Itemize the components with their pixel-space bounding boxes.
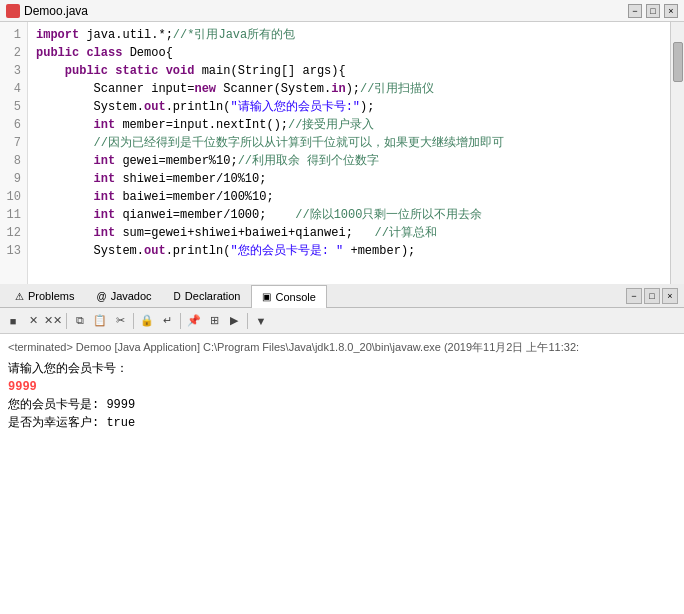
toolbar-sep-2 [133, 313, 134, 329]
code-text: gewei=member%10; [115, 154, 237, 168]
bottom-panel: ⚠Problems@JavadocDDeclaration▣Console−□×… [0, 284, 684, 614]
maximize-button[interactable]: □ [646, 4, 660, 18]
tab-console[interactable]: ▣Console [251, 285, 326, 308]
code-text [36, 190, 94, 204]
cut-button[interactable]: ✂ [111, 312, 129, 330]
code-text [36, 118, 94, 132]
code-text: System. [36, 100, 144, 114]
console-lines: 请输入您的会员卡号：9999您的会员卡号是: 9999是否为幸运客户: true [8, 360, 676, 432]
code-text: .println( [166, 100, 231, 114]
code-text: main(String[] args){ [194, 64, 345, 78]
code-text: member=input.nextInt(); [115, 118, 288, 132]
tab-icon-javadoc: @ [96, 291, 106, 302]
tab-bar-controls: −□× [626, 288, 684, 304]
tab-label-console: Console [275, 291, 315, 303]
code-text [158, 64, 165, 78]
code-line: int shiwei=member/10%10; [36, 170, 662, 188]
editor-content: 12345678910111213 import java.util.*;//*… [0, 22, 684, 284]
keyword: int [94, 154, 116, 168]
tab-icon-console: ▣ [262, 291, 271, 302]
vertical-scrollbar[interactable] [670, 22, 684, 284]
console-line: 9999 [8, 378, 676, 396]
code-area[interactable]: import java.util.*;//*引用Java所有的包public c… [28, 22, 670, 284]
code-text [36, 172, 94, 186]
line-number: 9 [4, 170, 21, 188]
code-text: Demoo{ [122, 46, 172, 60]
toolbar-sep-1 [66, 313, 67, 329]
code-line: import java.util.*;//*引用Java所有的包 [36, 26, 662, 44]
code-line: public static void main(String[] args){ [36, 62, 662, 80]
keyword: static [115, 64, 158, 78]
remove-button[interactable]: ✕ [24, 312, 42, 330]
keyword: public [36, 46, 79, 60]
tab-javadoc[interactable]: @Javadoc [85, 284, 162, 307]
keyword: out [144, 100, 166, 114]
tab-problems[interactable]: ⚠Problems [4, 284, 85, 307]
open-console-button[interactable]: ▶ [225, 312, 243, 330]
code-line: Scanner input=new Scanner(System.in);//引… [36, 80, 662, 98]
keyword: int [94, 208, 116, 222]
tab-label-javadoc: Javadoc [111, 290, 152, 302]
console-line: 请输入您的会员卡号： [8, 360, 676, 378]
code-text: +member); [343, 244, 415, 258]
keyword: void [166, 64, 195, 78]
tab-declaration[interactable]: DDeclaration [163, 284, 252, 307]
expand-button[interactable]: ⊞ [205, 312, 223, 330]
keyword: class [86, 46, 122, 60]
code-line: int qianwei=member/1000; //除以1000只剩一位所以不… [36, 206, 662, 224]
pin-button[interactable]: 📌 [185, 312, 203, 330]
maximize-panel-button[interactable]: □ [644, 288, 660, 304]
code-text [353, 226, 375, 240]
keyword: public [65, 64, 108, 78]
close-panel-button[interactable]: × [662, 288, 678, 304]
keyword: in [331, 82, 345, 96]
line-number: 13 [4, 242, 21, 260]
minimize-panel-button[interactable]: − [626, 288, 642, 304]
code-text [36, 154, 94, 168]
code-text: Scanner(System. [216, 82, 331, 96]
close-button[interactable]: × [664, 4, 678, 18]
code-text [36, 64, 65, 78]
line-number: 7 [4, 134, 21, 152]
code-text: System. [36, 244, 144, 258]
comment: //*引用Java所有的包 [173, 28, 295, 42]
keyword: new [194, 82, 216, 96]
code-line: int sum=gewei+shiwei+baiwei+qianwei; //计… [36, 224, 662, 242]
console-output: <terminated> Demoo [Java Application] C:… [0, 334, 684, 614]
toolbar-sep-3 [180, 313, 181, 329]
line-number: 1 [4, 26, 21, 44]
terminated-text: <terminated> Demoo [Java Application] C:… [8, 338, 676, 356]
title-bar: Demoo.java − □ × [0, 0, 684, 22]
tab-icon-problems: ⚠ [15, 291, 24, 302]
code-text: java.util.*; [79, 28, 173, 42]
copy-button[interactable]: ⧉ [71, 312, 89, 330]
minimize-button[interactable]: − [628, 4, 642, 18]
paste-button[interactable]: 📋 [91, 312, 109, 330]
tab-label-declaration: Declaration [185, 290, 241, 302]
line-number: 11 [4, 206, 21, 224]
scroll-lock-button[interactable]: 🔒 [138, 312, 156, 330]
code-text: shiwei=member/10%10; [115, 172, 266, 186]
comment: //除以1000只剩一位所以不用去余 [295, 208, 482, 222]
scrollbar-thumb[interactable] [673, 42, 683, 82]
code-text: Scanner input= [36, 82, 194, 96]
string-literal: "请输入您的会员卡号:" [230, 100, 360, 114]
code-line: int baiwei=member/100%10; [36, 188, 662, 206]
tab-icon-declaration: D [174, 291, 181, 302]
comment: //引用扫描仪 [360, 82, 434, 96]
console-line: 是否为幸运客户: true [8, 414, 676, 432]
console-line: 您的会员卡号是: 9999 [8, 396, 676, 414]
code-line: public class Demoo{ [36, 44, 662, 62]
terminate-button[interactable]: ■ [4, 312, 22, 330]
string-literal: "您的会员卡号是: " [230, 244, 343, 258]
line-number: 4 [4, 80, 21, 98]
tab-label-problems: Problems [28, 290, 74, 302]
code-text [36, 208, 94, 222]
code-line: //因为已经得到是千位数字所以从计算到千位就可以，如果更大继续增加即可 [36, 134, 662, 152]
view-menu-button[interactable]: ▼ [252, 312, 270, 330]
remove-all-button[interactable]: ✕✕ [44, 312, 62, 330]
code-text [266, 208, 295, 222]
keyword: int [94, 226, 116, 240]
word-wrap-button[interactable]: ↵ [158, 312, 176, 330]
keyword: import [36, 28, 79, 42]
